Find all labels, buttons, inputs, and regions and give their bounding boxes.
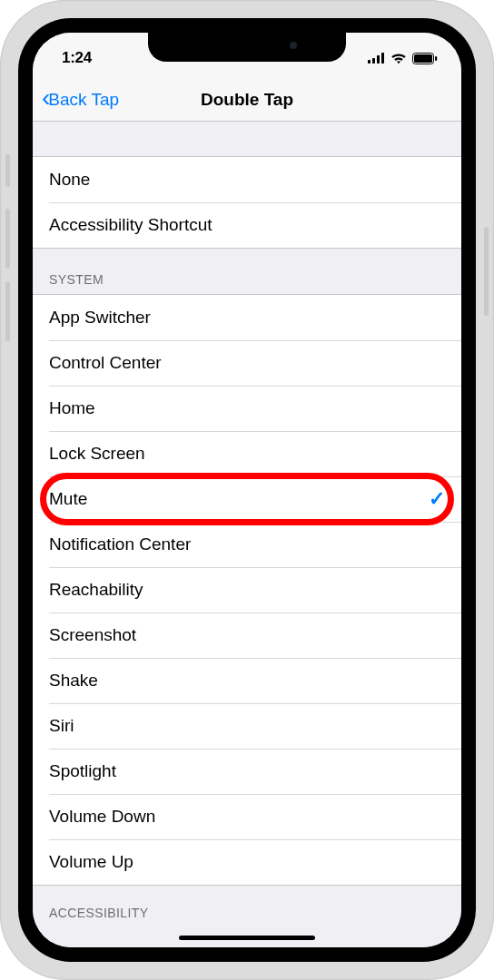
option-label: Mute [49,489,87,509]
section-header-system: SYSTEM [33,249,461,294]
content-area[interactable]: NoneAccessibility ShortcutSYSTEMApp Swit… [33,122,461,947]
option-row-spotlight[interactable]: Spotlight [33,749,461,794]
option-label: None [49,170,90,190]
notch [148,33,346,62]
camera-dot [290,42,297,49]
home-indicator[interactable] [179,936,315,940]
status-indicators [368,47,438,64]
wifi-icon [390,53,407,64]
bezel: 1:24 [18,18,476,962]
option-row-none[interactable]: None [33,157,461,202]
svg-rect-6 [435,56,437,61]
option-row-control-center[interactable]: Control Center [33,340,461,386]
option-label: Lock Screen [49,444,145,464]
svg-rect-3 [381,53,384,64]
option-row-notification-center[interactable]: Notification Center [33,522,461,567]
svg-rect-0 [368,60,370,64]
option-label: Reachability [49,580,143,600]
side-button-volume-up [5,209,10,269]
option-label: App Switcher [49,308,151,328]
svg-rect-5 [414,54,432,63]
option-label: Volume Down [49,807,155,827]
option-row-lock-screen[interactable]: Lock Screen [33,431,461,476]
option-row-siri[interactable]: Siri [33,703,461,749]
option-label: Volume Up [49,852,133,872]
nav-bar: ‹ Back Tap Double Tap [33,78,461,122]
option-label: Screenshot [49,625,136,645]
option-label: Spotlight [49,761,116,781]
screen: 1:24 [33,33,461,947]
section-header-accessibility: ACCESSIBILITY [33,886,461,922]
option-label: Shake [49,671,98,691]
option-label: Accessibility Shortcut [49,215,212,235]
option-row-app-switcher[interactable]: App Switcher [33,295,461,340]
option-row-screenshot[interactable]: Screenshot [33,612,461,658]
option-row-mute[interactable]: Mute✓ [33,476,461,522]
option-row-volume-up[interactable]: Volume Up [33,839,461,885]
option-label: Control Center [49,353,162,373]
side-button-volume-down [5,281,10,341]
back-label: Back Tap [48,90,119,110]
option-row-accessibility-shortcut[interactable]: Accessibility Shortcut [33,202,461,248]
option-row-volume-down[interactable]: Volume Down [33,794,461,839]
system-list: App SwitcherControl CenterHomeLock Scree… [33,294,461,886]
option-row-shake[interactable]: Shake [33,658,461,703]
battery-icon [412,53,438,64]
top-list: NoneAccessibility Shortcut [33,156,461,249]
option-label: Siri [49,716,74,736]
option-row-reachability[interactable]: Reachability [33,567,461,612]
svg-rect-1 [372,58,375,64]
svg-rect-2 [377,55,380,64]
side-button-silence [5,154,10,187]
status-time: 1:24 [62,44,92,67]
device-frame: 1:24 [0,0,494,980]
cellular-icon [368,53,385,64]
option-label: Notification Center [49,534,191,554]
checkmark-icon: ✓ [429,487,445,511]
option-label: Home [49,398,95,418]
side-button-power [484,227,489,316]
back-button[interactable]: ‹ Back Tap [38,83,123,116]
option-row-home[interactable]: Home [33,386,461,431]
